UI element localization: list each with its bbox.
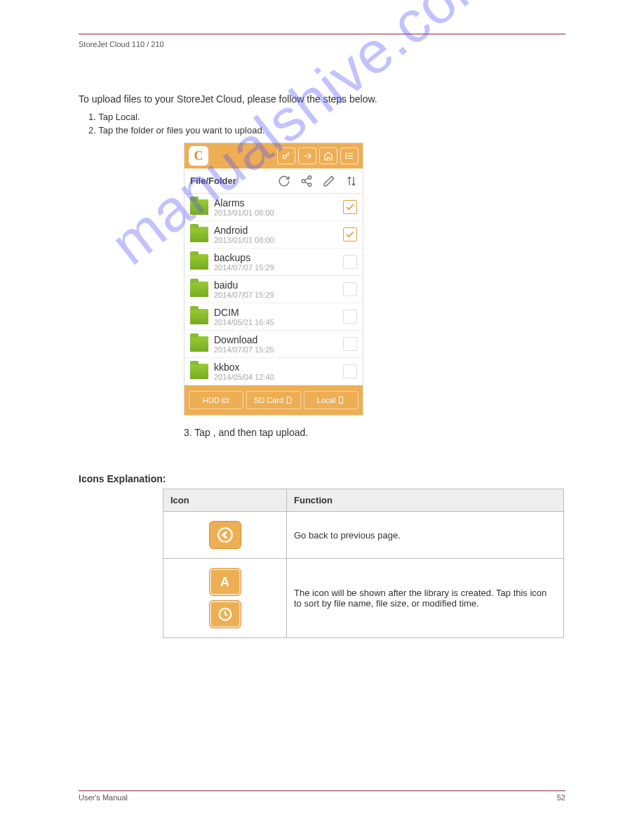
icons-explanation-heading: Icons Explanation: (79, 473, 565, 484)
key-icon[interactable] (277, 147, 295, 164)
file-name: Alarms (214, 197, 343, 208)
folder-icon (190, 309, 208, 324)
share-icon[interactable] (296, 172, 317, 190)
list-item[interactable]: backups 2014/07/07 15:29 (185, 249, 363, 276)
folder-icon (190, 336, 208, 352)
svg-point-6 (346, 158, 347, 159)
header-product: StoreJet Cloud 110 / 210 (79, 40, 164, 48)
intro-text: To upload files to your StoreJet Cloud, … (79, 93, 565, 105)
list-item[interactable]: DCIM 2014/05/21 16:45 (185, 303, 363, 331)
sdcard-icon (285, 396, 293, 404)
back-arrow-icon (209, 521, 241, 549)
footer-title: User's Manual (79, 793, 128, 802)
folder-icon (190, 227, 208, 242)
tab-hdd[interactable]: HDD (189, 391, 243, 409)
file-folder-label: File/Folder (190, 176, 236, 186)
file-date: 2013/01/01 08:00 (214, 208, 343, 217)
svg-point-13 (223, 400, 224, 401)
svg-point-5 (346, 155, 347, 156)
file-date: 2014/05/04 12:40 (214, 373, 343, 381)
tab-label: HDD (203, 396, 220, 404)
home-icon[interactable] (319, 147, 337, 164)
folder-icon (190, 254, 208, 270)
file-date: 2013/01/01 08:00 (214, 236, 343, 244)
checkbox[interactable] (343, 310, 357, 324)
edit-icon[interactable] (318, 172, 340, 190)
file-name: DCIM (214, 307, 343, 318)
svg-point-8 (302, 179, 305, 183)
checkbox[interactable] (343, 364, 357, 378)
step-2: 2. Tap the folder or files you want to u… (88, 125, 565, 135)
checkbox-checked[interactable] (343, 200, 357, 214)
phone-icon (337, 396, 345, 404)
folder-icon (190, 364, 208, 379)
folder-icon (190, 282, 208, 297)
list-item[interactable]: Download 2014/07/07 15:25 (185, 331, 363, 358)
svg-rect-12 (222, 399, 228, 402)
app-logo-icon: C (189, 146, 208, 166)
tab-label: SD Card (254, 396, 283, 404)
svg-point-7 (308, 176, 311, 179)
refresh-icon[interactable] (274, 172, 295, 190)
th-icon: Icon (163, 489, 287, 512)
list-item[interactable]: baidu 2014/07/07 15:29 (185, 276, 363, 303)
svg-point-16 (218, 528, 232, 542)
td-function: The icon will be shown after the library… (287, 559, 564, 638)
file-date: 2014/07/07 15:29 (214, 263, 343, 272)
file-date: 2014/07/07 15:29 (214, 291, 343, 299)
tab-local[interactable]: Local (304, 391, 358, 409)
file-name: baidu (214, 279, 343, 291)
sort-a-icon: A (209, 568, 241, 596)
checkbox-checked[interactable] (343, 227, 357, 241)
tab-sdcard[interactable]: SD Card (246, 391, 301, 409)
file-name: Android (214, 225, 343, 236)
sort-icon[interactable] (341, 172, 362, 190)
svg-line-11 (304, 182, 308, 184)
checkbox[interactable] (343, 282, 357, 296)
icons-table: Icon Function Go back to previous page. … (163, 489, 564, 638)
sort-clock-icon (209, 600, 241, 628)
folder-icon (190, 199, 208, 215)
tab-label: Local (317, 396, 335, 404)
svg-line-10 (304, 178, 308, 180)
file-name: kkbox (214, 362, 343, 373)
page-number: 52 (557, 793, 565, 802)
svg-point-0 (283, 155, 286, 159)
file-date: 2014/05/21 16:45 (214, 318, 343, 326)
checkbox[interactable] (343, 255, 357, 269)
th-function: Function (287, 489, 564, 512)
phone-screenshot: C File/Folder (184, 143, 363, 416)
file-name: backups (214, 252, 343, 263)
file-name: Download (214, 334, 343, 345)
step-1: 1. Tap Local. (88, 112, 565, 122)
hdd-icon (221, 396, 229, 404)
list-item[interactable]: Android 2013/01/01 08:00 (185, 221, 363, 249)
svg-point-9 (308, 183, 311, 187)
list-item[interactable]: kkbox 2014/05/04 12:40 (185, 358, 363, 385)
step-3: 3. Tap , and then tap upload. (184, 427, 565, 438)
list-icon[interactable] (340, 147, 358, 164)
td-function: Go back to previous page. (287, 512, 564, 559)
list-item[interactable]: Alarms 2013/01/01 08:00 (185, 194, 363, 221)
svg-point-4 (346, 153, 347, 154)
file-date: 2014/07/07 15:25 (214, 345, 343, 354)
share-arrow-icon[interactable] (298, 147, 316, 164)
checkbox[interactable] (343, 337, 357, 351)
